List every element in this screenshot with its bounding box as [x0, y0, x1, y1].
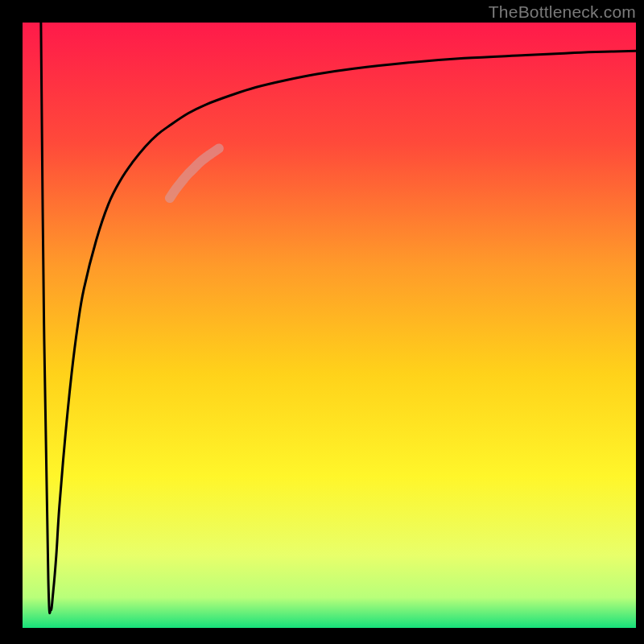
bottleneck-chart: TheBottleneck.com	[0, 0, 644, 644]
chart-svg	[0, 0, 644, 644]
watermark-text: TheBottleneck.com	[489, 2, 636, 22]
chart-background	[23, 23, 636, 628]
